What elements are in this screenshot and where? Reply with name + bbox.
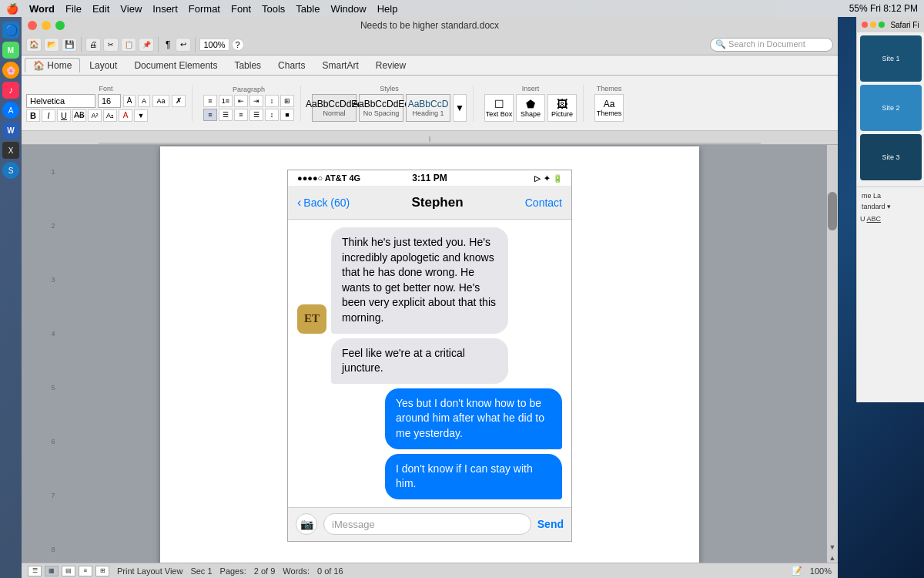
align-right-btn[interactable]: ≡ <box>234 109 248 121</box>
dock-appstore[interactable]: A <box>2 102 19 119</box>
font-theme[interactable]: Aa <box>152 95 169 107</box>
font-shrink[interactable]: A <box>138 95 150 107</box>
close-button[interactable] <box>28 21 37 30</box>
scrollbar-track[interactable]: ▼ ▲ <box>827 145 838 563</box>
menu-tools[interactable]: Tools <box>262 3 285 15</box>
tab-charts[interactable]: Charts <box>270 59 313 72</box>
font-clear[interactable]: ✗ <box>172 95 186 107</box>
align-left-btn[interactable]: ≡ <box>203 109 217 121</box>
insert-textbox[interactable]: ☐ Text Box <box>484 94 514 122</box>
line-spacing-btn[interactable]: ↕ <box>265 109 279 121</box>
shading-btn[interactable]: ■ <box>280 109 294 121</box>
safari-max[interactable] <box>879 22 885 28</box>
bold-button[interactable]: B <box>26 109 40 122</box>
dock-music[interactable]: ♪ <box>2 82 19 99</box>
apple-menu[interactable]: 🍎 <box>6 3 18 15</box>
justify-btn[interactable]: ☰ <box>249 109 263 121</box>
view-btn-5[interactable]: ⊞ <box>95 566 109 576</box>
view-btn-3[interactable]: ▤ <box>62 566 75 576</box>
sort-btn[interactable]: ↕ <box>265 95 279 107</box>
back-button[interactable]: ‹ Back (60) <box>297 196 350 210</box>
app-menu-word[interactable]: Word <box>29 3 55 15</box>
scroll-down-btn[interactable]: ▼ <box>828 543 837 552</box>
insert-shape[interactable]: ⬟ Shape <box>516 94 545 122</box>
font-color-button[interactable]: A <box>119 109 132 122</box>
dock-word[interactable]: W <box>2 122 19 139</box>
toolbar-cut[interactable]: ✂ <box>103 38 119 52</box>
bullet-list-btn[interactable]: ≡ <box>203 95 217 107</box>
dock-x[interactable]: X <box>2 142 19 159</box>
safari-close[interactable] <box>862 22 868 28</box>
toolbar-print[interactable]: 🖨 <box>85 38 101 52</box>
safari-thumb-1[interactable]: Site 1 <box>860 35 922 82</box>
toolbar-paragraph[interactable]: ¶ <box>162 39 173 50</box>
message-input[interactable]: iMessage <box>323 513 531 535</box>
styles-panel-row-1[interactable]: me La <box>860 190 921 201</box>
font-grow[interactable]: A <box>123 95 136 107</box>
menu-insert[interactable]: Insert <box>152 3 178 15</box>
zoom-display[interactable]: 100% <box>199 39 229 51</box>
tab-home[interactable]: 🏠 Home <box>25 58 80 72</box>
toolbar-copy[interactable]: 📋 <box>121 38 136 52</box>
style-no-spacing[interactable]: AaBbCcDdEe No Spacing <box>359 94 403 122</box>
insert-picture[interactable]: 🖼 Picture <box>547 94 577 122</box>
italic-button[interactable]: I <box>42 109 55 122</box>
message-row-2: Feel like we're at a critical juncture. <box>297 338 562 384</box>
send-button[interactable]: Send <box>537 518 564 530</box>
dock-finder[interactable]: 🔵 <box>2 22 19 39</box>
tab-tables[interactable]: Tables <box>226 59 269 72</box>
contact-button[interactable]: Contact <box>525 197 562 209</box>
menu-font[interactable]: Font <box>231 3 251 15</box>
spelling-error-icon[interactable]: 📝 <box>792 566 802 576</box>
menu-edit[interactable]: Edit <box>92 3 109 15</box>
menu-file[interactable]: File <box>65 3 82 15</box>
toolbar-paste[interactable]: 📌 <box>139 38 154 52</box>
menu-window[interactable]: Window <box>330 3 366 15</box>
maximize-button[interactable] <box>55 21 65 30</box>
style-heading1[interactable]: AaBbCcD Heading 1 <box>406 94 450 122</box>
themes-btn[interactable]: Aa Themes <box>594 94 624 122</box>
view-btn-2[interactable]: ▦ <box>45 566 59 576</box>
underline-button[interactable]: U <box>57 109 71 122</box>
font-name-select[interactable]: Helvetica <box>26 94 95 108</box>
toolbar-new[interactable]: 🏠 <box>26 38 42 52</box>
view-btn-1[interactable]: ☰ <box>28 566 42 576</box>
safari-thumb-3[interactable]: Site 3 <box>860 134 922 180</box>
styles-panel-row-2[interactable]: tandard ▾ <box>860 201 921 212</box>
tab-smartart[interactable]: SmartArt <box>314 59 366 72</box>
scrollbar-thumb[interactable] <box>828 192 837 230</box>
zoom-help[interactable]: ? <box>232 39 244 51</box>
indent-more-btn[interactable]: ⇥ <box>249 95 263 107</box>
numbered-list-btn[interactable]: 1≡ <box>219 95 233 107</box>
align-center-btn[interactable]: ☰ <box>219 109 233 121</box>
tab-layout[interactable]: Layout <box>82 59 125 72</box>
view-btn-4[interactable]: ≡ <box>79 566 92 576</box>
toolbar-undo[interactable]: ↩ <box>176 38 191 52</box>
dock-messages[interactable]: M <box>2 42 19 59</box>
dock-photos[interactable]: 🌸 <box>2 62 19 79</box>
indent-less-btn[interactable]: ⇤ <box>234 95 248 107</box>
toolbar-open[interactable]: 📂 <box>44 38 59 52</box>
menu-view[interactable]: View <box>120 3 142 15</box>
camera-button[interactable]: 📷 <box>296 513 317 535</box>
styles-more[interactable]: ▼ <box>453 94 467 122</box>
strikethrough-button[interactable]: AB <box>72 109 86 122</box>
font-size-select[interactable]: 16 <box>98 94 121 108</box>
search-box[interactable]: 🔍 Search in Document <box>710 38 833 52</box>
menu-table[interactable]: Table <box>296 3 320 15</box>
menu-format[interactable]: Format <box>189 3 220 15</box>
superscript-button[interactable]: A² <box>88 109 102 122</box>
subscript-button[interactable]: A₂ <box>103 109 117 122</box>
safari-min[interactable] <box>870 22 876 28</box>
safari-thumb-2[interactable]: Site 2 <box>860 85 922 131</box>
menu-help[interactable]: Help <box>377 3 398 15</box>
borders-btn[interactable]: ⊞ <box>280 95 294 107</box>
highlight-button[interactable]: ▼ <box>134 109 148 122</box>
scroll-up-btn[interactable]: ▲ <box>828 553 837 563</box>
tab-review[interactable]: Review <box>368 59 413 72</box>
minimize-button[interactable] <box>42 21 51 30</box>
style-normal[interactable]: AaBbCcDdEe Normal <box>312 94 357 122</box>
dock-safari[interactable]: S <box>2 162 19 179</box>
tab-document-elements[interactable]: Document Elements <box>126 59 225 72</box>
toolbar-save[interactable]: 💾 <box>62 38 77 52</box>
